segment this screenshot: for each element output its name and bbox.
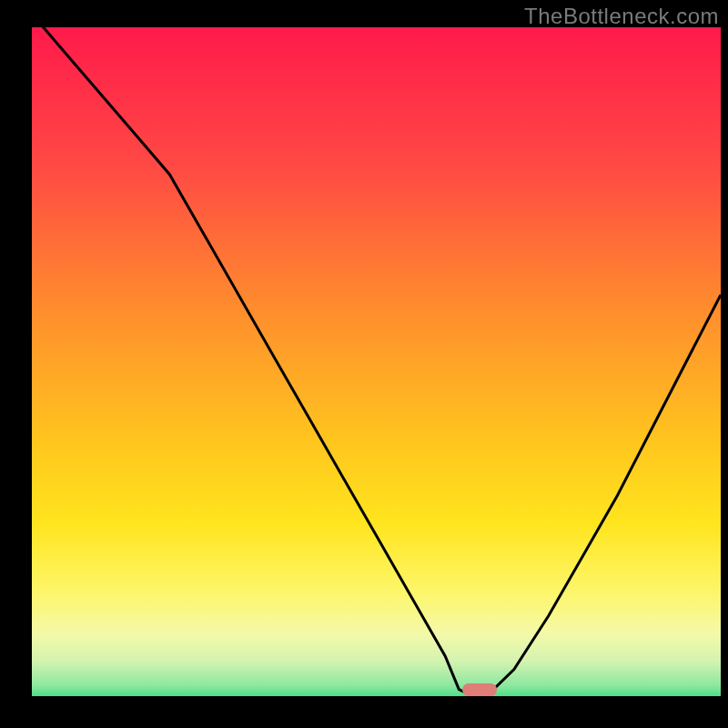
chart-frame: TheBottleneck.com xyxy=(0,0,728,728)
optimal-marker xyxy=(462,683,497,696)
watermark-text: TheBottleneck.com xyxy=(524,4,719,29)
bottleneck-curve xyxy=(32,27,721,696)
plot-area xyxy=(32,27,721,696)
